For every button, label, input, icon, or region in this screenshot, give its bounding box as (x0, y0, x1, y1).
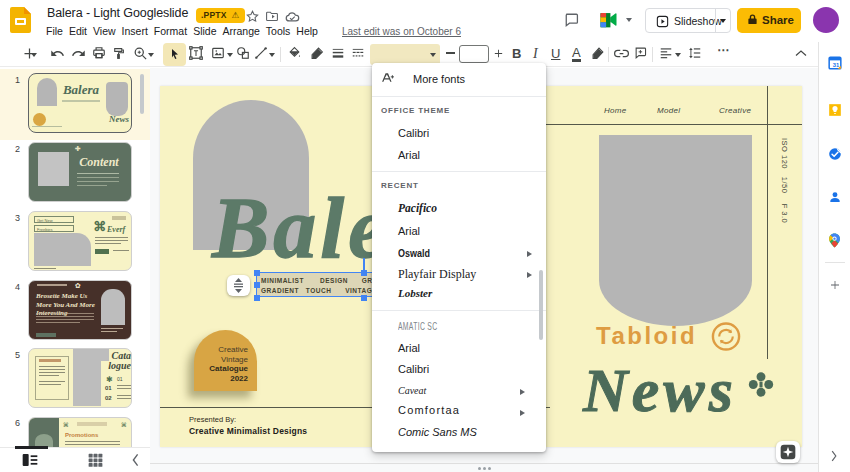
svg-text:31: 31 (833, 62, 840, 68)
